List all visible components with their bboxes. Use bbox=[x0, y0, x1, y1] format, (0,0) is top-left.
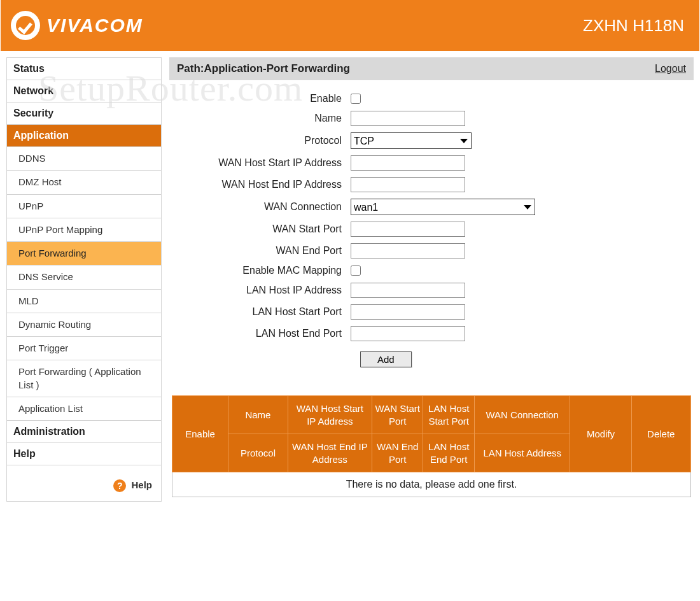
th-wan-end-ip: WAN Host End IP Address bbox=[288, 434, 372, 472]
label-name: Name bbox=[176, 113, 351, 124]
table-empty-message: There is no data, please add one first. bbox=[172, 472, 691, 497]
brand-name: VIVACOM bbox=[46, 15, 143, 36]
label-lan-end-port: LAN Host End Port bbox=[176, 328, 351, 339]
path-bar: Path:Application-Port Forwarding Logout bbox=[169, 57, 694, 80]
wan-host-start-ip-input[interactable] bbox=[351, 155, 465, 171]
protocol-select[interactable]: TCP bbox=[351, 132, 472, 149]
label-wan-start-port: WAN Start Port bbox=[176, 223, 351, 235]
th-lan-start-port: LAN Host Start Port bbox=[423, 396, 474, 434]
label-lan-start-port: LAN Host Start Port bbox=[176, 306, 351, 318]
sidebar-item-ddns[interactable]: DDNS bbox=[7, 147, 161, 171]
header: VIVACOM ZXHN H118N bbox=[0, 0, 700, 51]
sidebar-item-application[interactable]: Application bbox=[7, 125, 161, 147]
th-name: Name bbox=[228, 396, 288, 434]
content: Path:Application-Port Forwarding Logout … bbox=[169, 57, 694, 502]
wan-end-port-input[interactable] bbox=[351, 243, 465, 258]
lan-host-end-port-input[interactable] bbox=[351, 326, 465, 341]
sidebar-item-port-trigger[interactable]: Port Trigger bbox=[7, 337, 161, 360]
label-enable: Enable bbox=[176, 93, 351, 104]
sidebar-item-administration[interactable]: Administration bbox=[7, 421, 161, 443]
sidebar-item-status[interactable]: Status bbox=[7, 58, 161, 80]
wan-connection-select[interactable]: wan1 bbox=[351, 199, 535, 215]
th-lan-end-port: LAN Host End Port bbox=[423, 434, 474, 472]
th-wan-start-ip: WAN Host Start IP Address bbox=[288, 396, 372, 434]
sidebar-item-help[interactable]: Help bbox=[7, 443, 161, 465]
th-lan-address: LAN Host Address bbox=[474, 434, 570, 472]
sidebar-item-network[interactable]: Network bbox=[7, 80, 161, 103]
sidebar-item-application-list[interactable]: Application List bbox=[7, 397, 161, 421]
th-delete: Delete bbox=[631, 396, 691, 472]
th-enable: Enable bbox=[172, 396, 228, 472]
logo: VIVACOM bbox=[11, 11, 143, 40]
rules-table: Enable Name WAN Host Start IP Address WA… bbox=[172, 395, 691, 497]
sidebar-item-upnp[interactable]: UPnP bbox=[7, 195, 161, 218]
mac-mapping-checkbox[interactable] bbox=[351, 265, 361, 276]
th-wan-start-port: WAN Start Port bbox=[372, 396, 423, 434]
label-lan-ip: LAN Host IP Address bbox=[176, 285, 351, 296]
sidebar: Status Network Security Application DDNS… bbox=[6, 57, 162, 502]
logo-check-icon bbox=[16, 16, 35, 35]
help-link[interactable]: ? Help bbox=[7, 465, 161, 501]
breadcrumb: Path:Application-Port Forwarding bbox=[177, 62, 350, 75]
help-icon: ? bbox=[113, 479, 126, 492]
sidebar-item-upnp-port-mapping[interactable]: UPnP Port Mapping bbox=[7, 218, 161, 242]
logout-link[interactable]: Logout bbox=[655, 63, 686, 74]
sidebar-item-port-forwarding[interactable]: Port Forwarding bbox=[7, 242, 161, 265]
label-wan-end-ip: WAN Host End IP Address bbox=[176, 179, 351, 190]
wan-host-end-ip-input[interactable] bbox=[351, 177, 465, 192]
sidebar-item-mld[interactable]: MLD bbox=[7, 290, 161, 313]
th-wan-end-port: WAN End Port bbox=[372, 434, 423, 472]
name-input[interactable] bbox=[351, 111, 465, 126]
sidebar-item-dmz-host[interactable]: DMZ Host bbox=[7, 171, 161, 194]
sidebar-item-dns-service[interactable]: DNS Service bbox=[7, 265, 161, 289]
label-wan-end-port: WAN End Port bbox=[176, 245, 351, 257]
th-protocol: Protocol bbox=[228, 434, 288, 472]
help-label: Help bbox=[131, 479, 152, 490]
logo-icon bbox=[11, 11, 40, 40]
label-protocol: Protocol bbox=[176, 135, 351, 146]
th-wan-connection: WAN Connection bbox=[474, 396, 570, 434]
form-area: Enable Name Protocol TCP WAN Host Start … bbox=[169, 80, 694, 380]
enable-checkbox[interactable] bbox=[351, 94, 361, 104]
sidebar-item-port-forwarding-app-list[interactable]: Port Forwarding ( Application List ) bbox=[7, 360, 161, 397]
label-wan-connection: WAN Connection bbox=[176, 201, 351, 213]
th-modify: Modify bbox=[570, 396, 631, 472]
model-name: ZXHN H118N bbox=[583, 16, 684, 36]
sidebar-item-dynamic-routing[interactable]: Dynamic Routing bbox=[7, 313, 161, 337]
sidebar-item-security[interactable]: Security bbox=[7, 103, 161, 125]
lan-host-start-port-input[interactable] bbox=[351, 304, 465, 320]
label-mac-mapping: Enable MAC Mapping bbox=[176, 265, 351, 276]
wan-start-port-input[interactable] bbox=[351, 222, 465, 237]
label-wan-start-ip: WAN Host Start IP Address bbox=[176, 157, 351, 169]
add-button[interactable]: Add bbox=[360, 351, 412, 367]
lan-host-ip-input[interactable] bbox=[351, 283, 465, 298]
